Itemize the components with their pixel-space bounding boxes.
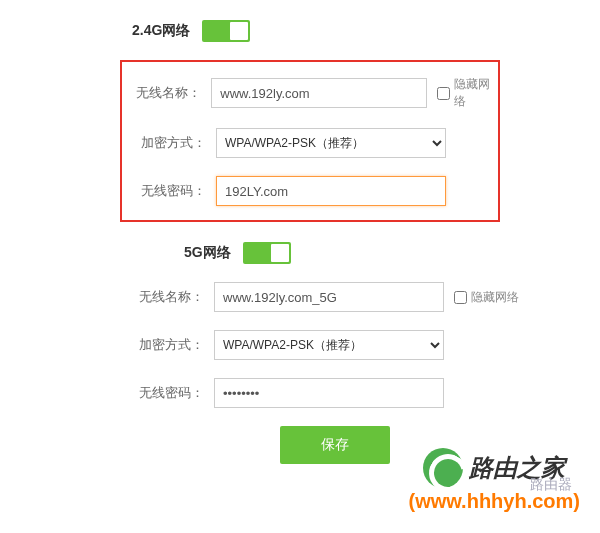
label-5g-enc: 加密方式：: [132, 336, 204, 354]
select-24g-enc[interactable]: WPA/WPA2-PSK（推荐）: [216, 128, 446, 158]
hide-24g-wrap[interactable]: 隐藏网络: [437, 76, 498, 110]
input-24g-ssid[interactable]: [211, 78, 427, 108]
label-5g-ssid: 无线名称：: [132, 288, 204, 306]
watermark: 路由之家 路由器 (www.hhhyh.com): [409, 448, 580, 513]
row-24g-enc: 加密方式： WPA/WPA2-PSK（推荐）: [122, 128, 498, 158]
checkbox-24g-hide[interactable]: [437, 87, 450, 100]
checkbox-5g-hide[interactable]: [454, 291, 467, 304]
wifi-settings-form: 2.4G网络 无线名称： 隐藏网络 加密方式： WPA/WPA2-PSK（推荐）…: [0, 0, 600, 484]
hide-5g-wrap[interactable]: 隐藏网络: [454, 289, 519, 306]
label-24g-enc: 加密方式：: [134, 134, 206, 152]
row-5g-ssid: 无线名称： 隐藏网络: [132, 282, 560, 312]
toggle-5g[interactable]: [243, 242, 291, 264]
row-24g-pwd: 无线密码：: [122, 176, 498, 206]
select-5g-enc[interactable]: WPA/WPA2-PSK（推荐）: [214, 330, 444, 360]
toggle-24g[interactable]: [202, 20, 250, 42]
row-5g-enc: 加密方式： WPA/WPA2-PSK（推荐）: [132, 330, 560, 360]
section-24g-header: 2.4G网络: [132, 20, 560, 42]
save-button[interactable]: 保存: [280, 426, 390, 464]
label-5g-pwd: 无线密码：: [132, 384, 204, 402]
watermark-sub: 路由器: [530, 476, 572, 494]
watermark-logo-icon: [423, 448, 463, 488]
input-5g-ssid[interactable]: [214, 282, 444, 312]
label-24g-ssid: 无线名称：: [134, 84, 201, 102]
label-24g-hide: 隐藏网络: [454, 76, 498, 110]
section-24g-title: 2.4G网络: [132, 22, 190, 40]
input-24g-pwd[interactable]: [216, 176, 446, 206]
label-5g-hide: 隐藏网络: [471, 289, 519, 306]
section-5g-title: 5G网络: [184, 244, 231, 262]
input-5g-pwd[interactable]: [214, 378, 444, 408]
highlight-box-24g: 无线名称： 隐藏网络 加密方式： WPA/WPA2-PSK（推荐） 无线密码：: [120, 60, 500, 222]
section-5g-header: 5G网络: [184, 242, 560, 264]
row-5g-pwd: 无线密码：: [132, 378, 560, 408]
label-24g-pwd: 无线密码：: [134, 182, 206, 200]
row-24g-ssid: 无线名称： 隐藏网络: [122, 76, 498, 110]
